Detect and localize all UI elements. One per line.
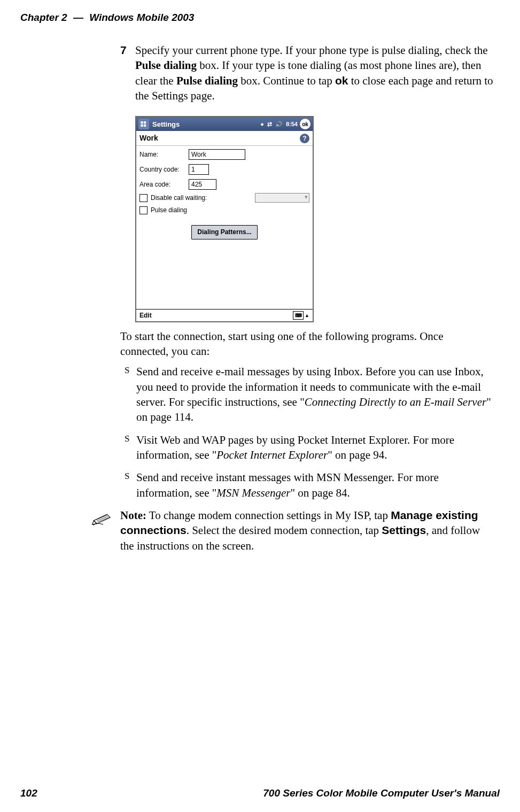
b3-italic: MSN Messenger [216, 486, 290, 499]
name-label: Name: [139, 150, 189, 159]
header-dash: — [73, 12, 83, 23]
device-screenshot: Settings ● ⇄ 🔊 8:54 ok Work ? Name: Work… [135, 116, 314, 322]
step-body: Specify your current phone type. If your… [135, 43, 494, 109]
svg-rect-0 [141, 121, 143, 123]
pulse-dialing-label: Pulse dialing [151, 206, 187, 214]
chapter-label: Chapter 2 [20, 12, 67, 23]
svg-rect-3 [144, 125, 146, 127]
screenshot-title: Settings [152, 120, 260, 129]
note-body: Note: To change modem connection setting… [120, 508, 494, 559]
b1-italic: Connecting Directly to an E-mail Server [305, 396, 486, 408]
b3-text-b: " on page 84. [291, 486, 350, 499]
ok-button[interactable]: ok [300, 119, 311, 129]
note-b2: Settings [382, 524, 426, 536]
page-number: 102 [20, 786, 37, 800]
svg-rect-1 [144, 121, 146, 123]
connection-icon: ⇄ [267, 120, 272, 128]
note-icon [91, 508, 120, 559]
dialing-patterns-button[interactable]: Dialing Patterns... [191, 225, 257, 239]
bullet-3: Send and receive instant messages with M… [120, 470, 494, 500]
header-title: Windows Mobile 2003 [89, 12, 194, 23]
bullet-2: Visit Web and WAP pages by using Pocket … [120, 432, 494, 463]
country-code-label: Country code: [139, 165, 189, 174]
name-input[interactable]: Work [189, 149, 245, 160]
step7-text-1: Specify your current phone type. If your… [135, 44, 488, 57]
disable-call-waiting-checkbox[interactable] [139, 194, 148, 202]
bullet-1: Send and receive e-mail messages by usin… [120, 364, 494, 424]
sip-area: ⌨ ▲ [293, 311, 309, 320]
keyboard-icon[interactable]: ⌨ [293, 311, 304, 320]
system-tray: ● ⇄ 🔊 8:54 [260, 120, 298, 128]
note-t1: To change modem connection settings in M… [146, 509, 391, 522]
step7-text-3: box. Continue to tap [238, 74, 335, 87]
pulse-dialing-row: Pulse dialing [136, 205, 313, 215]
note-block: Note: To change modem connection setting… [91, 508, 494, 559]
pulse-dialing-checkbox[interactable] [139, 206, 148, 214]
signal-icon: ● [260, 120, 264, 128]
step7-bold-2: Pulse dialing [176, 74, 238, 87]
b2-text-b: " on page 94. [328, 448, 387, 461]
edit-menu[interactable]: Edit [139, 311, 152, 320]
clock-text: 8:54 [286, 120, 298, 128]
step7-bold-1: Pulse dialing [135, 59, 197, 72]
country-code-row: Country code: 1 [136, 163, 313, 176]
disable-call-waiting-label: Disable call waiting: [151, 194, 207, 202]
speaker-icon: 🔊 [275, 120, 283, 128]
screenshot-bottom-bar: Edit ⌨ ▲ [136, 309, 313, 321]
svg-rect-2 [141, 125, 143, 127]
area-code-input[interactable]: 425 [189, 179, 216, 190]
start-icon [138, 119, 149, 129]
page-header: Chapter 2 — Windows Mobile 2003 [20, 11, 500, 25]
dialing-button-row: Dialing Patterns... [136, 225, 313, 239]
area-code-label: Area code: [139, 180, 189, 189]
page-footer: 102 700 Series Color Mobile Computer Use… [20, 786, 500, 800]
screenshot-titlebar: Settings ● ⇄ 🔊 8:54 ok [136, 117, 313, 131]
area-code-row: Area code: 425 [136, 178, 313, 191]
section-header-row: Work ? [136, 131, 313, 146]
disable-call-waiting-row: Disable call waiting: [136, 192, 313, 204]
page-content: 7 Specify your current phone type. If yo… [120, 43, 494, 559]
step-number: 7 [120, 43, 135, 109]
screenshot-spacer [136, 245, 313, 309]
bullet-list: Send and receive e-mail messages by usin… [120, 364, 494, 500]
manual-title: 700 Series Color Mobile Computer User's … [263, 786, 500, 800]
sip-up-icon[interactable]: ▲ [305, 312, 309, 319]
step-7: 7 Specify your current phone type. If yo… [120, 43, 494, 109]
step7-bold-3: ok [335, 74, 348, 87]
section-title: Work [139, 133, 158, 143]
country-code-input[interactable]: 1 [189, 164, 209, 175]
call-waiting-combo[interactable] [255, 193, 309, 203]
note-t2: . Select the desired modem connection, t… [187, 524, 382, 537]
help-icon[interactable]: ? [300, 134, 309, 143]
note-lead: Note: [120, 509, 146, 522]
b2-italic: Pocket Internet Explorer [216, 448, 328, 461]
after-screenshot-para: To start the connection, start using one… [120, 329, 494, 359]
name-row: Name: Work [136, 148, 313, 161]
